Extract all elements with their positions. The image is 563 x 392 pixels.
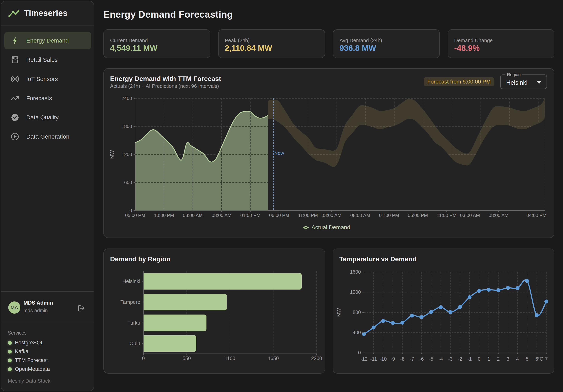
svg-text:Tampere: Tampere	[120, 299, 140, 305]
svg-text:Turku: Turku	[128, 320, 141, 326]
svg-text:-8: -8	[400, 356, 405, 362]
svg-text:01:00 PM: 01:00 PM	[379, 213, 399, 218]
svg-text:0: 0	[478, 356, 481, 362]
svg-text:1200: 1200	[122, 152, 132, 157]
svg-text:1: 1	[487, 356, 490, 362]
svg-text:550: 550	[183, 355, 191, 361]
svg-text:1600: 1600	[350, 269, 361, 274]
svg-text:0: 0	[129, 208, 132, 213]
svg-text:04:00 PM: 04:00 PM	[526, 213, 547, 218]
svg-text:08:00 AM: 08:00 AM	[488, 213, 508, 218]
svg-text:-1: -1	[467, 356, 472, 362]
svg-text:-11: -11	[370, 356, 377, 362]
svg-text:5: 5	[526, 356, 528, 362]
svg-text:7: 7	[545, 356, 548, 362]
svg-text:800: 800	[353, 310, 361, 315]
svg-text:2400: 2400	[122, 96, 132, 101]
svg-text:-3: -3	[448, 356, 452, 362]
svg-text:0: 0	[142, 355, 145, 361]
svg-text:-2: -2	[458, 356, 462, 362]
svg-text:03:00 AM: 03:00 AM	[460, 213, 480, 218]
svg-text:-9: -9	[391, 356, 395, 362]
svg-text:1650: 1650	[268, 355, 279, 361]
svg-text:-6: -6	[419, 356, 424, 362]
svg-text:2: 2	[497, 356, 500, 362]
svg-text:11:00 PM: 11:00 PM	[437, 213, 457, 218]
svg-text:MW: MW	[336, 308, 341, 317]
svg-text:3: 3	[507, 356, 509, 362]
svg-text:2200: 2200	[311, 355, 322, 361]
svg-text:°C: °C	[538, 356, 543, 362]
svg-text:0: 0	[358, 350, 361, 355]
svg-text:Now: Now	[274, 150, 284, 156]
svg-text:03:00 AM: 03:00 AM	[183, 213, 203, 218]
svg-text:Oulu: Oulu	[129, 340, 140, 346]
svg-text:Helsinki: Helsinki	[122, 278, 140, 284]
svg-text:-7: -7	[410, 356, 414, 362]
svg-text:600: 600	[124, 180, 132, 185]
svg-text:1200: 1200	[350, 289, 361, 295]
svg-text:-12: -12	[360, 356, 368, 362]
svg-text:4: 4	[516, 356, 519, 362]
svg-text:-10: -10	[380, 356, 387, 362]
svg-text:03:00 AM: 03:00 AM	[321, 213, 341, 218]
svg-text:10:00 PM: 10:00 PM	[154, 213, 174, 218]
svg-text:08:00 AM: 08:00 AM	[212, 213, 231, 218]
svg-text:06:00 PM: 06:00 PM	[408, 213, 428, 218]
svg-text:08:00 AM: 08:00 AM	[350, 213, 370, 218]
svg-text:1800: 1800	[122, 124, 132, 129]
svg-text:05:00 PM: 05:00 PM	[125, 213, 145, 218]
svg-text:01:00 PM: 01:00 PM	[240, 213, 261, 218]
svg-text:11:00 PM: 11:00 PM	[298, 213, 318, 218]
svg-text:MW: MW	[109, 150, 115, 159]
svg-text:-5: -5	[429, 356, 433, 362]
svg-text:06:00 PM: 06:00 PM	[269, 213, 289, 218]
svg-text:400: 400	[353, 330, 361, 335]
svg-text:1100: 1100	[225, 355, 235, 361]
svg-text:-4: -4	[439, 356, 443, 362]
